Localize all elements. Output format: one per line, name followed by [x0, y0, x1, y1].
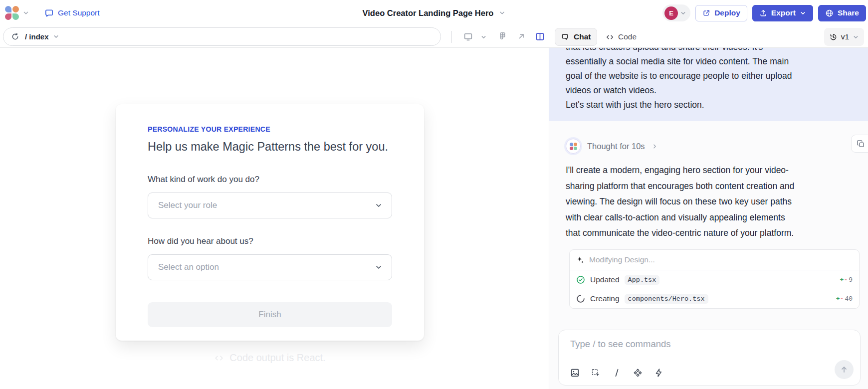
open-in-new-icon[interactable]: [517, 32, 526, 41]
project-title: Video Creator Landing Page Hero: [363, 8, 494, 18]
history-icon: [829, 33, 838, 41]
chat-tab-label: Chat: [574, 32, 591, 41]
route-selector[interactable]: / index: [25, 32, 59, 41]
copy-message-button[interactable]: [851, 135, 868, 153]
framework-note: Code output is React.: [116, 352, 424, 364]
toolbar-divider: [451, 31, 452, 43]
chevron-down-icon: [498, 9, 505, 16]
source-select[interactable]: Select an option: [148, 254, 392, 280]
upload-icon: [759, 9, 767, 17]
framework-note-text: Code output is React.: [229, 352, 325, 364]
refresh-icon[interactable]: [11, 32, 19, 41]
arrow-up-icon: [840, 365, 849, 374]
get-support-button[interactable]: Get Support: [44, 8, 100, 18]
role-select[interactable]: Select your role: [148, 193, 392, 218]
copy-icon: [857, 140, 865, 148]
chevron-down-icon: [53, 33, 59, 40]
version-history-button[interactable]: v1: [824, 28, 864, 46]
build-steps-title: Modifying Design...: [589, 255, 655, 264]
diff-plus: +: [840, 276, 844, 284]
finish-button[interactable]: Finish: [148, 302, 392, 327]
export-button[interactable]: Export: [752, 5, 813, 21]
chevron-down-icon: [375, 201, 383, 209]
deploy-button[interactable]: Deploy: [695, 5, 747, 21]
chevron-down-icon: [375, 263, 383, 271]
split-panel-icon[interactable]: [535, 32, 545, 41]
code-icon: [606, 33, 614, 41]
share-label: Share: [838, 8, 859, 17]
sparkle-icon: [576, 256, 584, 264]
diff-count: 40: [845, 295, 853, 303]
thought-label: Thought for 10s: [587, 142, 645, 151]
check-circle-icon: [576, 275, 585, 284]
chat-input-toolbar: [570, 368, 663, 378]
lightning-icon[interactable]: [654, 368, 663, 378]
device-chevron-down-icon[interactable]: [480, 34, 487, 40]
toolbar: / index Chat Code v1: [0, 26, 868, 48]
select-element-icon[interactable]: [591, 368, 601, 378]
workspace-menu-button[interactable]: [5, 6, 29, 20]
code-tab-label: Code: [618, 32, 637, 41]
code-icon: [214, 353, 224, 363]
build-step-row: Creating components/Hero.tsx +-40: [570, 289, 859, 308]
step-file-chip[interactable]: components/Hero.tsx: [625, 294, 708, 304]
device-preview-button[interactable]: [463, 32, 473, 41]
export-label: Export: [771, 8, 796, 17]
role-question-label: What kind of work do you do?: [148, 175, 392, 185]
project-title-button[interactable]: Video Creator Landing Page Hero: [363, 0, 506, 26]
topbar-left: Get Support: [5, 0, 100, 26]
assistant-message-text: I'll create a modern, engaging hero sect…: [566, 163, 865, 241]
diff-count: 9: [849, 276, 853, 284]
build-step-row: Updated App.tsx +-9: [570, 270, 859, 289]
url-bar[interactable]: / index: [3, 27, 441, 46]
route-path: / index: [25, 32, 49, 41]
chat-bubble-icon: [44, 8, 54, 18]
topbar-right: E Deploy Export Share: [662, 0, 866, 26]
diff-plus: +: [836, 295, 840, 303]
share-button[interactable]: Share: [818, 5, 866, 21]
image-attach-icon[interactable]: [570, 368, 580, 378]
chevron-right-icon: [651, 143, 658, 150]
chevron-down-icon: [853, 34, 859, 40]
send-button[interactable]: [835, 360, 854, 379]
modal-headline: Help us make Magic Patterns the best for…: [148, 140, 392, 154]
external-link-icon: [702, 9, 710, 17]
user-message-bubble: that lets creators upload and share thei…: [549, 48, 868, 121]
chat-input[interactable]: Type / to see commands: [558, 330, 861, 386]
build-steps-card: Modifying Design... Updated App.tsx +-9 …: [569, 249, 860, 309]
chevron-down-icon: [22, 9, 29, 16]
deploy-label: Deploy: [714, 8, 740, 17]
personalize-modal: PERSONALIZE YOUR EXPERIENCE Help us make…: [116, 104, 424, 341]
tab-code[interactable]: Code: [606, 28, 637, 46]
preview-canvas: PERSONALIZE YOUR EXPERIENCE Help us make…: [0, 48, 549, 389]
source-question-label: How did you hear about us?: [148, 236, 392, 246]
chat-input-placeholder: Type / to see commands: [570, 339, 671, 350]
get-support-label: Get Support: [58, 8, 100, 17]
chevron-down-icon: [800, 10, 806, 16]
user-message-text: that lets creators upload and share thei…: [566, 48, 857, 112]
assistant-avatar: [566, 139, 581, 154]
chevron-down-icon: [680, 10, 686, 16]
diff-stat: +-9: [840, 276, 853, 284]
magic-patterns-logo-icon: [5, 6, 19, 20]
step-file-chip[interactable]: App.tsx: [625, 275, 660, 285]
figma-icon[interactable]: [498, 32, 507, 40]
spinner-icon: [576, 294, 585, 303]
globe-icon: [825, 9, 834, 17]
chat-bubble-icon: [561, 33, 570, 41]
avatar: E: [664, 6, 678, 20]
magic-patterns-logo-icon: [570, 143, 577, 150]
tab-chat[interactable]: Chat: [555, 28, 597, 46]
modal-eyebrow: PERSONALIZE YOUR EXPERIENCE: [148, 125, 392, 133]
version-label: v1: [841, 32, 849, 41]
step-status: Updated: [590, 275, 620, 284]
account-menu-button[interactable]: E: [662, 4, 690, 21]
slash-command-icon[interactable]: [612, 368, 622, 378]
topbar: Get Support Video Creator Landing Page H…: [0, 0, 868, 26]
source-select-placeholder: Select an option: [158, 262, 219, 272]
components-icon[interactable]: [633, 368, 643, 378]
diff-minus: -: [844, 276, 848, 284]
chat-panel: that lets creators upload and share thei…: [549, 48, 868, 389]
diff-stat: +-40: [836, 295, 853, 303]
thought-toggle[interactable]: Thought for 10s: [566, 139, 658, 154]
